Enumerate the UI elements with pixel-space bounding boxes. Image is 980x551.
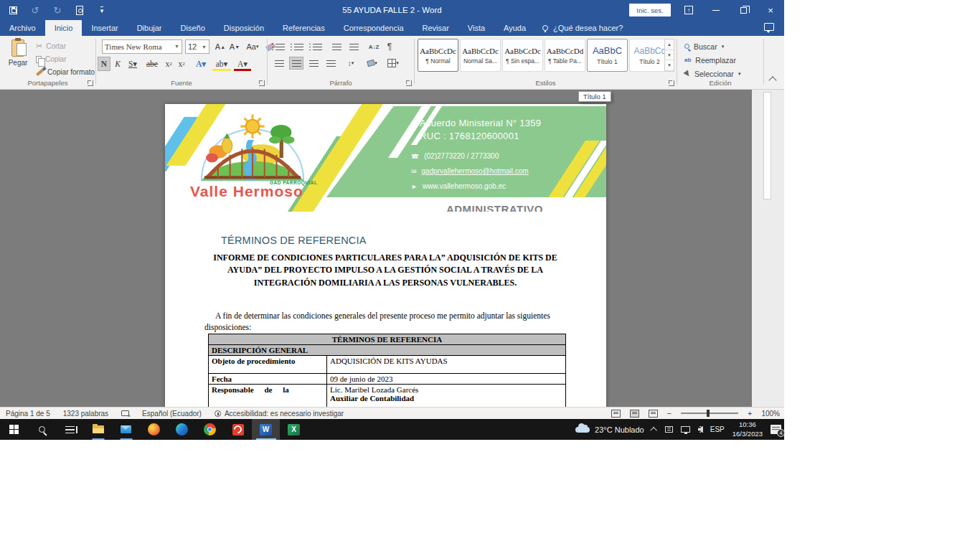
zoom-out-button[interactable]: − bbox=[667, 409, 672, 418]
bullet-list-button[interactable] bbox=[272, 40, 288, 53]
file-explorer-button[interactable] bbox=[84, 419, 112, 440]
firefox-button[interactable] bbox=[140, 419, 168, 440]
style-normal[interactable]: AaBbCcDc ¶ Normal bbox=[418, 39, 458, 72]
excel-taskbar-button[interactable]: X bbox=[280, 419, 308, 440]
underline-button[interactable]: S ▾ bbox=[125, 57, 141, 71]
minimize-button[interactable] bbox=[702, 0, 730, 20]
table-title-cell[interactable]: TÉRMINOS DE REFERENCIA bbox=[209, 334, 566, 345]
style-table-paragraph[interactable]: AaBbCcDd ¶ Table Pa... bbox=[545, 39, 585, 72]
tab-revisar[interactable]: Revisar bbox=[413, 20, 458, 36]
font-size-combo[interactable]: 12▼ bbox=[185, 39, 209, 54]
increase-indent-button[interactable] bbox=[347, 40, 361, 53]
clock[interactable]: 10:36 16/3/2023 bbox=[732, 420, 763, 438]
italic-button[interactable]: K bbox=[112, 57, 123, 71]
volume-button[interactable] bbox=[698, 426, 702, 433]
styles-scroll-down[interactable]: ▼ bbox=[665, 50, 674, 61]
style-normal-sa[interactable]: AaBbCcDc Normal Sa... bbox=[460, 39, 501, 72]
select-button[interactable]: Seleccionar▾ bbox=[684, 67, 740, 80]
shading-button[interactable]: ▾ bbox=[364, 57, 381, 70]
font-color-button[interactable]: A ▾ bbox=[234, 57, 251, 71]
collapse-ribbon-chevron[interactable] bbox=[768, 76, 776, 84]
tab-insertar[interactable]: Insertar bbox=[82, 20, 127, 36]
style-titulo-1[interactable]: AaBbC Título 1 bbox=[587, 39, 628, 72]
numbered-list-button[interactable] bbox=[291, 40, 306, 53]
align-left-button[interactable] bbox=[272, 57, 286, 70]
tab-correspondencia[interactable]: Correspondencia bbox=[334, 20, 413, 36]
strikethrough-button[interactable]: abe bbox=[143, 57, 161, 71]
align-center-button[interactable] bbox=[289, 57, 303, 70]
styles-dialog-launcher[interactable] bbox=[669, 80, 674, 86]
grow-font-button[interactable]: A▲ bbox=[214, 39, 227, 54]
chrome-button[interactable] bbox=[196, 419, 224, 440]
styles-scroll-up[interactable]: ▲ bbox=[665, 39, 674, 50]
proofing-errors-icon[interactable] bbox=[121, 410, 129, 416]
tab-disposicion[interactable]: Disposición bbox=[215, 20, 273, 36]
superscript-button[interactable]: x2 bbox=[175, 57, 188, 71]
decrease-indent-button[interactable] bbox=[329, 40, 344, 53]
line-spacing-button[interactable]: ↕ ▾ bbox=[342, 57, 359, 70]
paragraph-dialog-launcher[interactable] bbox=[406, 80, 412, 86]
shrink-font-button[interactable]: A▼ bbox=[228, 39, 241, 54]
comments-icon[interactable] bbox=[764, 23, 774, 31]
text-effects-button[interactable]: A ▾ bbox=[192, 57, 209, 71]
start-button[interactable] bbox=[0, 419, 28, 440]
web-layout-button[interactable] bbox=[649, 410, 658, 418]
document-subject-paragraph[interactable]: INFORME DE CONDICIONES PARTICULARES PARA… bbox=[212, 252, 558, 289]
table-row[interactable]: DESCRIPCIÓN GENERAL bbox=[209, 345, 566, 356]
align-right-button[interactable] bbox=[306, 57, 321, 70]
highlight-color-button[interactable]: ab ▾ bbox=[212, 57, 231, 71]
sort-button[interactable]: A↓Z bbox=[367, 40, 381, 53]
table-label-cell[interactable]: Responsable de la bbox=[209, 385, 327, 408]
accessibility-status[interactable]: Accesibilidad: es necesario investigar bbox=[215, 410, 344, 418]
document-heading[interactable]: TÉRMINOS DE REFERENCIA bbox=[221, 235, 367, 246]
table-value-cell[interactable]: 09 de junio de 2023 bbox=[327, 374, 566, 385]
tray-app-icon[interactable] bbox=[665, 426, 673, 433]
acrobat-button[interactable] bbox=[224, 419, 252, 440]
edge-button[interactable] bbox=[168, 419, 196, 440]
replace-button[interactable]: ab Reemplazar bbox=[684, 54, 736, 66]
table-row[interactable]: Responsable de la Lic. Maribel Lozada Ga… bbox=[209, 385, 566, 408]
copy-button[interactable]: Copiar bbox=[36, 53, 66, 65]
sign-in-button[interactable]: Inic. ses. bbox=[629, 4, 671, 17]
document-page[interactable]: Acuerdo Ministerial N° 1359 RUC : 176812… bbox=[165, 104, 606, 407]
bold-button[interactable]: N bbox=[98, 57, 110, 71]
table-value-cell[interactable]: ADQUISICIÓN DE KITS AYUDAS bbox=[327, 356, 566, 374]
ribbon-display-options-button[interactable]: ↑ bbox=[675, 0, 702, 20]
close-button[interactable]: × bbox=[757, 0, 784, 20]
keyboard-language[interactable]: ESP bbox=[710, 425, 725, 433]
restore-button[interactable] bbox=[730, 0, 757, 20]
word-count[interactable]: 1323 palabras bbox=[63, 410, 108, 418]
tab-vista[interactable]: Vista bbox=[458, 20, 494, 36]
change-case-button[interactable]: Aa ▾ bbox=[244, 39, 261, 54]
tab-archivo[interactable]: Archivo bbox=[0, 20, 45, 36]
zoom-slider[interactable] bbox=[681, 413, 738, 414]
scrollbar-thumb[interactable] bbox=[763, 92, 771, 199]
action-center-icon[interactable]: 4 bbox=[771, 425, 781, 434]
subscript-button[interactable]: x2 bbox=[162, 57, 175, 71]
word-taskbar-button[interactable]: W bbox=[252, 419, 280, 440]
print-layout-button[interactable] bbox=[630, 410, 639, 418]
cut-button[interactable]: ✂ Cortar bbox=[36, 40, 66, 52]
zoom-in-button[interactable]: + bbox=[748, 409, 752, 418]
tab-dibujar[interactable]: Dibujar bbox=[128, 20, 171, 36]
task-view-button[interactable] bbox=[56, 419, 84, 440]
hidden-icons-chevron[interactable] bbox=[650, 427, 657, 434]
tab-ayuda[interactable]: Ayuda bbox=[494, 20, 535, 36]
styles-gallery-more[interactable]: ▼ bbox=[665, 60, 674, 71]
weather-widget[interactable]: 23°C Nublado bbox=[575, 425, 644, 434]
tell-me-box[interactable]: ¿Qué desea hacer? bbox=[535, 20, 630, 36]
font-dialog-launcher[interactable] bbox=[259, 80, 265, 86]
tab-diseno[interactable]: Diseño bbox=[171, 20, 215, 36]
network-icon[interactable] bbox=[681, 426, 690, 433]
language-indicator[interactable]: Español (Ecuador) bbox=[142, 410, 202, 418]
zoom-level[interactable]: 100% bbox=[761, 410, 780, 418]
mail-button[interactable] bbox=[112, 419, 140, 440]
vertical-scrollbar[interactable] bbox=[752, 90, 784, 407]
table-row[interactable]: Fecha 09 de junio de 2023 bbox=[209, 374, 566, 385]
table-section-cell[interactable]: DESCRIPCIÓN GENERAL bbox=[209, 345, 566, 356]
terms-table[interactable]: TÉRMINOS DE REFERENCIA DESCRIPCIÓN GENER… bbox=[208, 334, 566, 407]
show-paragraph-marks-button[interactable]: ¶ bbox=[384, 40, 395, 53]
table-value-cell[interactable]: Lic. Maribel Lozada Garcés Auxiliar de C… bbox=[327, 385, 566, 408]
table-label-cell[interactable]: Fecha bbox=[209, 374, 327, 385]
find-button[interactable]: Buscar▾ bbox=[684, 40, 724, 52]
